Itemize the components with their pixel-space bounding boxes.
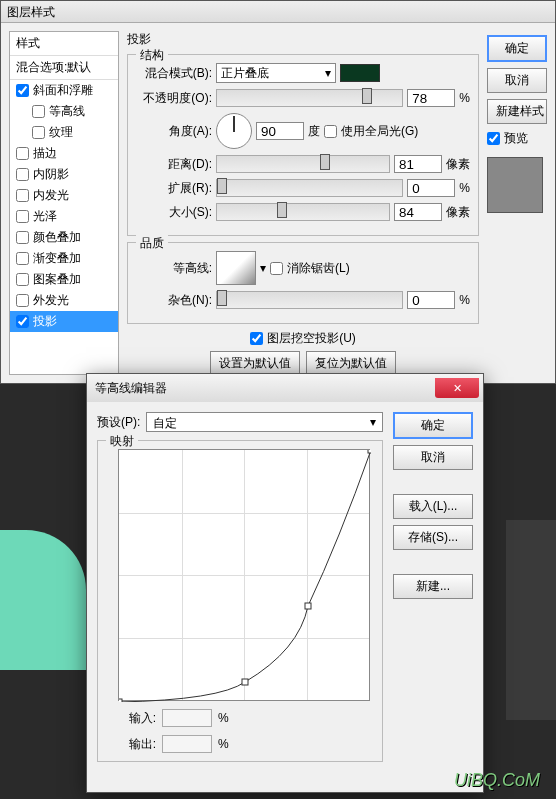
style-item-contour[interactable]: 等高线 [10, 101, 118, 122]
distance-slider[interactable] [216, 155, 390, 173]
angle-input[interactable] [256, 122, 304, 140]
curve-ok-button[interactable]: 确定 [393, 412, 473, 439]
angle-label: 角度(A): [136, 123, 212, 140]
style-check[interactable] [16, 168, 29, 181]
style-check[interactable] [16, 84, 29, 97]
svg-rect-0 [119, 699, 122, 702]
spread-slider[interactable] [216, 179, 403, 197]
style-item-color-overlay[interactable]: 颜色叠加 [10, 227, 118, 248]
style-check[interactable] [16, 315, 29, 328]
save-button[interactable]: 存储(S)... [393, 525, 473, 550]
contour-label: 等高线: [136, 260, 212, 277]
svg-rect-2 [305, 603, 311, 609]
close-icon: ✕ [453, 382, 462, 395]
window-title: 图层样式 [1, 1, 555, 23]
color-swatch[interactable] [340, 64, 380, 82]
blend-options-header[interactable]: 混合选项:默认 [10, 56, 118, 80]
chevron-down-icon: ▾ [325, 66, 331, 80]
blend-mode-label: 混合模式(B): [136, 65, 212, 82]
size-input[interactable] [394, 203, 442, 221]
blend-mode-combo[interactable]: 正片叠底▾ [216, 63, 336, 83]
layer-style-window: 图层样式 样式 混合选项:默认 斜面和浮雕 等高线 纹理 描边 内阴影 内发光 … [0, 0, 556, 384]
svg-rect-3 [368, 450, 371, 453]
chevron-down-icon: ▾ [370, 415, 376, 429]
noise-slider[interactable] [216, 291, 403, 309]
new-style-button[interactable]: 新建样式 [487, 99, 547, 124]
style-item-pattern-overlay[interactable]: 图案叠加 [10, 269, 118, 290]
angle-dial[interactable] [216, 113, 252, 149]
distance-input[interactable] [394, 155, 442, 173]
input-label: 输入: [118, 710, 156, 727]
contour-picker[interactable] [216, 251, 256, 285]
style-check[interactable] [16, 294, 29, 307]
style-item-bevel[interactable]: 斜面和浮雕 [10, 80, 118, 101]
opacity-slider[interactable] [216, 89, 403, 107]
size-label: 大小(S): [136, 204, 212, 221]
cancel-button[interactable]: 取消 [487, 68, 547, 93]
global-light-check[interactable]: 使用全局光(G) [324, 123, 418, 140]
style-item-inner-glow[interactable]: 内发光 [10, 185, 118, 206]
input-field[interactable] [162, 709, 212, 727]
ok-button[interactable]: 确定 [487, 35, 547, 62]
style-item-texture[interactable]: 纹理 [10, 122, 118, 143]
knockout-check[interactable]: 图层挖空投影(U) [127, 330, 479, 347]
style-check[interactable] [32, 126, 45, 139]
noise-input[interactable] [407, 291, 455, 309]
curve-cancel-button[interactable]: 取消 [393, 445, 473, 470]
spread-input[interactable] [407, 179, 455, 197]
curve-canvas[interactable] [118, 449, 370, 701]
close-button[interactable]: ✕ [435, 378, 479, 398]
style-item-drop-shadow[interactable]: 投影 [10, 311, 118, 332]
preview-check[interactable]: 预览 [487, 130, 547, 147]
preset-combo[interactable]: 自定▾ [146, 412, 383, 432]
curve-path [119, 450, 371, 702]
styles-list: 样式 混合选项:默认 斜面和浮雕 等高线 纹理 描边 内阴影 内发光 光泽 颜色… [9, 31, 119, 375]
structure-label: 结构 [136, 47, 168, 64]
style-item-satin[interactable]: 光泽 [10, 206, 118, 227]
svg-rect-1 [242, 679, 248, 685]
style-check[interactable] [16, 210, 29, 223]
noise-label: 杂色(N): [136, 292, 212, 309]
contour-editor-window: 等高线编辑器 ✕ 预设(P): 自定▾ 映射 [86, 373, 484, 793]
style-check[interactable] [32, 105, 45, 118]
new-button[interactable]: 新建... [393, 574, 473, 599]
preset-label: 预设(P): [97, 414, 140, 431]
mapping-label: 映射 [106, 433, 138, 450]
styles-header[interactable]: 样式 [10, 32, 118, 56]
output-label: 输出: [118, 736, 156, 753]
curve-window-title: 等高线编辑器 [95, 380, 167, 397]
style-item-stroke[interactable]: 描边 [10, 143, 118, 164]
output-field[interactable] [162, 735, 212, 753]
watermark: UiBQ.CoM [454, 770, 540, 791]
quality-label: 品质 [136, 235, 168, 252]
app-side-panel [506, 520, 556, 720]
style-item-outer-glow[interactable]: 外发光 [10, 290, 118, 311]
section-title: 投影 [127, 31, 479, 48]
distance-label: 距离(D): [136, 156, 212, 173]
style-item-inner-shadow[interactable]: 内阴影 [10, 164, 118, 185]
size-slider[interactable] [216, 203, 390, 221]
style-check[interactable] [16, 231, 29, 244]
opacity-input[interactable] [407, 89, 455, 107]
spread-label: 扩展(R): [136, 180, 212, 197]
style-check[interactable] [16, 273, 29, 286]
style-check[interactable] [16, 147, 29, 160]
style-item-gradient-overlay[interactable]: 渐变叠加 [10, 248, 118, 269]
preview-thumbnail [487, 157, 543, 213]
opacity-label: 不透明度(O): [136, 90, 212, 107]
antialias-check[interactable]: 消除锯齿(L) [270, 260, 350, 277]
style-check[interactable] [16, 189, 29, 202]
load-button[interactable]: 载入(L)... [393, 494, 473, 519]
style-check[interactable] [16, 252, 29, 265]
chevron-down-icon[interactable]: ▾ [260, 261, 266, 275]
